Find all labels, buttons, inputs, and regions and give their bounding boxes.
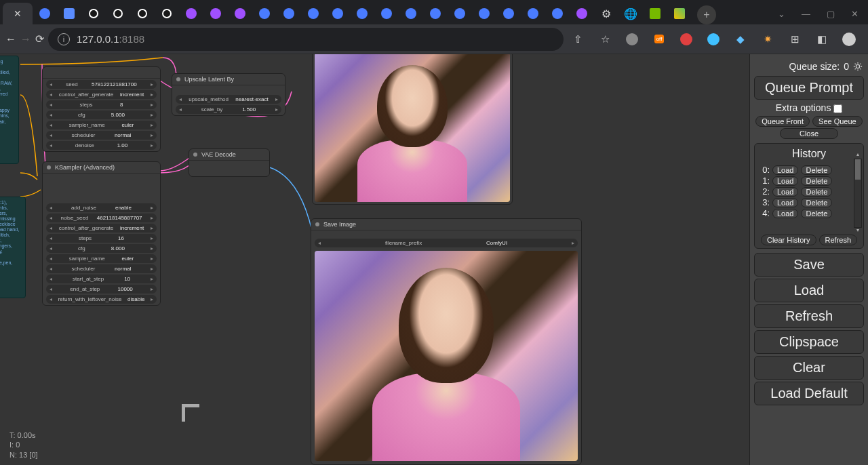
tab-17[interactable] <box>423 3 448 24</box>
resize-handle-icon[interactable] <box>182 404 199 422</box>
tab-8[interactable] <box>203 3 228 24</box>
tab-1[interactable] <box>33 3 57 24</box>
clear-button[interactable]: Clear <box>754 356 864 380</box>
widget-noise_seed[interactable]: ◂noise_seed462118145887707▸ <box>46 214 157 222</box>
maximize-icon[interactable]: ▢ <box>827 9 835 19</box>
tab-9[interactable] <box>228 3 252 24</box>
scroll-down-icon[interactable]: ▾ <box>854 227 861 235</box>
gear-icon[interactable] <box>853 62 863 71</box>
widget-sampler_name[interactable]: ◂sampler_nameeuler▸ <box>46 254 157 263</box>
tab-26[interactable] <box>643 3 667 24</box>
tab-13[interactable] <box>326 3 350 24</box>
widget-cfg[interactable]: ◂cfg5.000▸ <box>46 110 157 119</box>
history-delete-button[interactable]: Delete <box>801 187 832 197</box>
tab-18[interactable] <box>448 3 472 24</box>
tab-23[interactable] <box>570 3 594 24</box>
history-delete-button[interactable]: Delete <box>801 176 832 186</box>
tab-5[interactable] <box>130 3 155 24</box>
tab-3[interactable] <box>81 3 106 24</box>
tab-25[interactable]: 🌐 <box>618 3 643 24</box>
refresh-button[interactable]: Refresh <box>754 304 864 328</box>
tab-16[interactable] <box>399 3 423 24</box>
tab-4[interactable] <box>106 3 130 24</box>
save-button[interactable]: Save <box>754 253 864 277</box>
history-delete-button[interactable]: Delete <box>801 198 832 207</box>
history-load-button[interactable]: Load <box>772 209 798 218</box>
load-button[interactable]: Load <box>754 279 864 302</box>
ksampler-advanced-node[interactable]: KSampler (Advanced) ◂add_noiseenable▸◂no… <box>42 161 161 306</box>
reload-button[interactable]: ⟳ <box>35 28 44 50</box>
queue-prompt-button[interactable]: Queue Prompt <box>754 76 864 100</box>
widget-control_after_generate[interactable]: ◂control_after_generateincrement▸ <box>46 90 157 99</box>
back-button[interactable]: ← <box>5 28 16 50</box>
see-queue-button[interactable]: See Queue <box>812 116 863 127</box>
widget-control_after_generate[interactable]: ◂control_after_generateincrement▸ <box>46 224 157 232</box>
ext-4-icon[interactable] <box>703 29 724 49</box>
tab-2[interactable] <box>57 3 81 24</box>
share-icon[interactable]: ⇧ <box>568 29 588 49</box>
extensions-icon[interactable]: ⊞ <box>785 29 805 49</box>
widget-scheduler[interactable]: ◂schedulernormal▸ <box>46 131 157 140</box>
node-canvas[interactable]: ing stilled, t, t, RAW, ft, urred d happ… <box>0 54 739 465</box>
queue-front-button[interactable]: Queue Front <box>755 116 810 127</box>
history-load-button[interactable]: Load <box>772 176 798 186</box>
ext-6-icon[interactable]: ✷ <box>757 29 778 49</box>
refresh-history-button[interactable]: Refresh <box>819 235 858 245</box>
widget-scheduler[interactable]: ◂schedulernormal▸ <box>46 264 157 273</box>
history-load-button[interactable]: Load <box>772 165 798 175</box>
clear-history-button[interactable]: Clear History <box>761 235 816 245</box>
prompt-negative-node[interactable]: D:1), imbs, ders, , missing necklace ,ba… <box>0 197 26 298</box>
tab-21[interactable] <box>521 3 545 24</box>
widget-upscale_method[interactable]: ◂upscale_methodnearest-exact▸ <box>176 95 281 104</box>
widget-steps[interactable]: ◂steps8▸ <box>46 100 157 109</box>
ext-2-icon[interactable]: off <box>649 29 669 49</box>
widget-cfg[interactable]: ◂cfg8.000▸ <box>46 244 157 253</box>
widget-start_at_step[interactable]: ◂start_at_step10▸ <box>46 275 157 283</box>
history-load-button[interactable]: Load <box>772 187 798 197</box>
history-scrollbar[interactable]: ▴ ▾ <box>854 159 862 228</box>
tab-27[interactable] <box>667 3 692 24</box>
close-icon[interactable]: ✕ <box>851 9 859 19</box>
new-tab-button[interactable]: + <box>697 5 716 24</box>
widget-steps[interactable]: ◂steps16▸ <box>46 234 157 243</box>
widget-seed[interactable]: ◂seed578122121881700▸ <box>46 80 157 89</box>
site-info-icon[interactable]: i <box>58 33 70 45</box>
ksampler-node[interactable]: ◂seed578122121881700▸◂control_after_gene… <box>42 66 161 152</box>
tab-19[interactable] <box>472 3 496 24</box>
close-icon[interactable]: ✕ <box>12 8 23 19</box>
sidepanel-icon[interactable]: ◧ <box>812 29 832 49</box>
scroll-thumb[interactable] <box>855 159 861 180</box>
tab-24[interactable]: ⚙ <box>594 3 618 24</box>
minimize-icon[interactable]: — <box>802 9 810 19</box>
tab-14[interactable] <box>350 3 374 24</box>
widget-end_at_step[interactable]: ◂end_at_step10000▸ <box>46 285 157 294</box>
forward-button[interactable]: → <box>20 28 31 50</box>
scroll-up-icon[interactable]: ▴ <box>854 151 861 159</box>
tab-22[interactable] <box>545 3 570 24</box>
bookmark-icon[interactable]: ☆ <box>595 29 615 49</box>
vae-decode-node[interactable]: VAE Decode <box>189 148 270 177</box>
extra-options-checkbox[interactable] <box>833 104 842 113</box>
preview-image-node[interactable] <box>312 54 513 205</box>
upscale-latent-node[interactable]: Upscale Latent By ◂upscale_methodnearest… <box>172 73 285 116</box>
widget-add_noise[interactable]: ◂add_noiseenable▸ <box>46 203 157 212</box>
tab-10[interactable] <box>252 3 277 24</box>
tab-7[interactable] <box>179 3 203 24</box>
tab-20[interactable] <box>496 3 521 24</box>
widget-scale_by[interactable]: ◂scale_by1.500▸ <box>176 105 281 114</box>
widget-return_with_leftover_noise[interactable]: ◂return_with_leftover_noisedisable▸ <box>46 295 157 304</box>
url-input[interactable]: i 127.0.0.1:8188 <box>48 28 564 51</box>
history-delete-button[interactable]: Delete <box>801 209 832 218</box>
widget-sampler_name[interactable]: ◂sampler_nameeuler▸ <box>46 121 157 129</box>
tab-6[interactable] <box>155 3 179 24</box>
save-image-node[interactable]: Save Image ◂filename_prefix ComfyUI▸ <box>311 218 582 465</box>
close-button[interactable]: Close <box>780 128 838 139</box>
tab-active[interactable]: ✕ <box>3 3 33 24</box>
clipspace-button[interactable]: Clipspace <box>754 330 864 354</box>
filename-prefix-widget[interactable]: ◂filename_prefix ComfyUI▸ <box>315 239 578 247</box>
history-delete-button[interactable]: Delete <box>801 165 832 175</box>
tab-15[interactable] <box>374 3 399 24</box>
prompt-positive-node[interactable]: ing stilled, t, t, RAW, ft, urred d happ… <box>0 56 19 164</box>
ext-5-icon[interactable]: ◆ <box>730 29 751 49</box>
tab-12[interactable] <box>301 3 326 24</box>
